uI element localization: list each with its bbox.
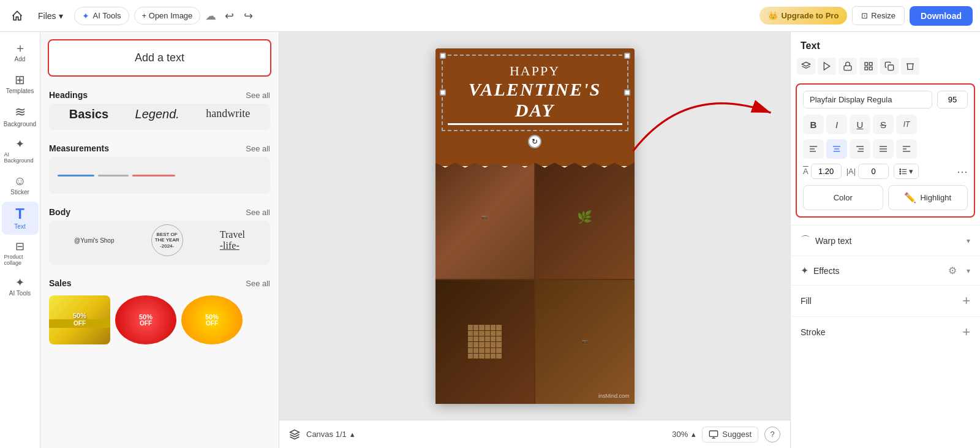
valentine-line2: VALENTINE'S DAY bbox=[448, 79, 622, 125]
handle-top-right[interactable] bbox=[624, 53, 630, 59]
letter-spacing-input[interactable] bbox=[858, 164, 889, 179]
text-icon: T bbox=[15, 207, 24, 221]
measurements-see-all[interactable]: See all bbox=[246, 144, 270, 153]
valentine-line1: HAPPY bbox=[448, 63, 622, 79]
sale-badge-orange[interactable]: 50% OFF bbox=[181, 295, 243, 344]
italic-caps-button[interactable]: IT bbox=[896, 115, 917, 134]
strikethrough-button[interactable]: S bbox=[873, 115, 894, 134]
stroke-section: Stroke + bbox=[791, 316, 980, 347]
download-button[interactable]: Download bbox=[910, 6, 973, 26]
color-button[interactable]: Color bbox=[803, 185, 883, 210]
warp-text-title: Warp text bbox=[815, 236, 962, 246]
align-justify-button[interactable] bbox=[873, 139, 894, 159]
topbar-left: Files ▾ ✦ AI Tools + Open Image ☁ ↩ ↪ bbox=[7, 6, 755, 26]
svg-point-34 bbox=[900, 171, 901, 172]
canvas-info[interactable]: Canvas 1/1 ▴ bbox=[306, 430, 355, 439]
font-selector[interactable]: Playfair Display Regula bbox=[803, 91, 932, 108]
ai-tools-icon: ✦ bbox=[82, 11, 89, 21]
layer-arrange-btn[interactable] bbox=[859, 58, 878, 75]
sidebar-item-add[interactable]: ＋ Add bbox=[2, 37, 39, 67]
body-sample-travel[interactable]: Travel-life- bbox=[220, 229, 245, 251]
body-section-header: Body See all bbox=[40, 201, 279, 221]
effects-settings-icon[interactable]: ⚙ bbox=[948, 265, 957, 276]
photo-cell-bottom-left: for(let i=0;i<36;i++) document.write('<d… bbox=[435, 280, 535, 404]
zoom-control[interactable]: 30% ▴ bbox=[672, 430, 696, 439]
resize-icon: ⊡ bbox=[861, 11, 868, 20]
warp-text-icon: ⌒ bbox=[801, 234, 810, 247]
sale-badge-yellow[interactable]: 50% OFF bbox=[49, 295, 110, 344]
body-see-all[interactable]: See all bbox=[246, 208, 270, 217]
handle-top-left[interactable] bbox=[440, 53, 446, 59]
open-image-button[interactable]: + Open Image bbox=[134, 7, 201, 25]
layer-animate-btn[interactable] bbox=[818, 58, 836, 75]
help-button[interactable]: ? bbox=[764, 427, 780, 442]
align-center-button[interactable] bbox=[826, 139, 847, 159]
canvas-card[interactable]: HAPPY VALENTINE'S DAY ↻ AI bbox=[435, 48, 635, 404]
heading-legend[interactable]: Legend. bbox=[135, 107, 179, 121]
headings-row: Basics Legend. handwrite bbox=[49, 104, 270, 130]
layers-button[interactable] bbox=[289, 429, 300, 440]
align-left-button[interactable] bbox=[803, 139, 824, 159]
effects-header[interactable]: ✦ Effects ⚙ ▾ bbox=[801, 265, 970, 276]
sales-see-all[interactable]: See all bbox=[246, 279, 270, 288]
heading-basics[interactable]: Basics bbox=[69, 107, 109, 121]
add-stroke-button[interactable]: + bbox=[962, 325, 970, 339]
add-fill-button[interactable]: + bbox=[962, 294, 970, 308]
layer-delete-btn[interactable] bbox=[901, 58, 919, 75]
sidebar-item-ai-tools[interactable]: ✦ AI Tools bbox=[2, 272, 39, 302]
sidebar-item-ai-background[interactable]: ✦ AI Background bbox=[2, 134, 39, 169]
meas-line-blue bbox=[58, 175, 94, 177]
home-button[interactable] bbox=[7, 6, 27, 26]
highlight-button[interactable]: ✏️ Highlight bbox=[888, 185, 968, 210]
bold-button[interactable]: B bbox=[803, 115, 824, 134]
sidebar-item-background[interactable]: ≋ Background bbox=[2, 101, 39, 132]
handle-mid-right[interactable] bbox=[624, 89, 630, 96]
heading-handwrite[interactable]: handwrite bbox=[206, 107, 250, 121]
effects-icon: ✦ bbox=[801, 265, 809, 276]
meas-line-gray bbox=[98, 175, 129, 177]
rotate-handle[interactable]: ↻ bbox=[528, 135, 541, 148]
upgrade-button[interactable]: 👑 Upgrade to Pro bbox=[760, 7, 847, 25]
redo-button[interactable]: ↪ bbox=[240, 7, 257, 25]
grid-deco: for(let i=0;i<36;i++) document.write('<d… bbox=[468, 325, 502, 359]
align-right-button[interactable] bbox=[850, 139, 870, 159]
italic-button[interactable]: I bbox=[826, 115, 847, 134]
layer-lock-btn[interactable] bbox=[839, 58, 857, 75]
letter-spacing-item: |A| bbox=[846, 164, 889, 179]
svg-point-33 bbox=[900, 169, 901, 170]
measurements-samples bbox=[58, 175, 262, 177]
suggest-button[interactable]: Suggest bbox=[702, 427, 758, 442]
more-options-button[interactable]: ⋯ bbox=[957, 165, 968, 178]
undo-button[interactable]: ↩ bbox=[221, 7, 238, 25]
sidebar-item-templates[interactable]: ⊞ Templates bbox=[2, 69, 39, 99]
sales-section-header: Sales See all bbox=[40, 272, 279, 292]
layer-duplicate-btn[interactable] bbox=[880, 58, 899, 75]
list-button[interactable]: ▾ bbox=[894, 164, 919, 179]
handle-mid-left[interactable] bbox=[440, 89, 446, 96]
files-menu[interactable]: Files ▾ bbox=[32, 7, 69, 25]
layers-icon bbox=[289, 429, 300, 440]
sidebar-item-product-collage[interactable]: ⊟ Product collage bbox=[2, 236, 39, 271]
font-size-input[interactable] bbox=[937, 91, 968, 108]
body-sample-yumi[interactable]: @Yumi's Shop bbox=[74, 237, 114, 244]
sidebar-item-text[interactable]: T Text bbox=[2, 202, 39, 235]
highlight-icon: ✏️ bbox=[904, 192, 916, 203]
photo-area: 📷 🌿 for(let i=0;i<36;i++) document.write… bbox=[435, 156, 635, 404]
body-sample-best[interactable]: BEST OF THE YEAR -2024- bbox=[151, 224, 183, 256]
text-selected-box[interactable]: HAPPY VALENTINE'S DAY ↻ bbox=[442, 55, 628, 131]
align-more-button[interactable] bbox=[896, 139, 917, 159]
warp-text-chevron: ▾ bbox=[967, 237, 970, 245]
warp-text-section: ⌒ Warp text ▾ bbox=[791, 225, 980, 256]
layer-stack-btn[interactable] bbox=[797, 58, 815, 75]
line-spacing-input[interactable] bbox=[811, 164, 842, 179]
ai-tools-button[interactable]: ✦ AI Tools bbox=[74, 7, 129, 25]
headings-see-all[interactable]: See all bbox=[246, 91, 270, 100]
resize-button[interactable]: ⊡ Resize bbox=[852, 6, 905, 25]
underline-button[interactable]: U bbox=[850, 115, 870, 134]
warp-text-header[interactable]: ⌒ Warp text ▾ bbox=[801, 234, 970, 247]
sale-badge-red[interactable]: 50% OFF bbox=[115, 295, 176, 344]
left-panel: Add a text Headings See all Basics Legen… bbox=[40, 32, 279, 448]
cloud-icon[interactable]: ☁ bbox=[205, 9, 216, 23]
sidebar-item-sticker[interactable]: ☺ Sticker bbox=[2, 170, 39, 200]
add-text-button[interactable]: Add a text bbox=[48, 39, 271, 77]
